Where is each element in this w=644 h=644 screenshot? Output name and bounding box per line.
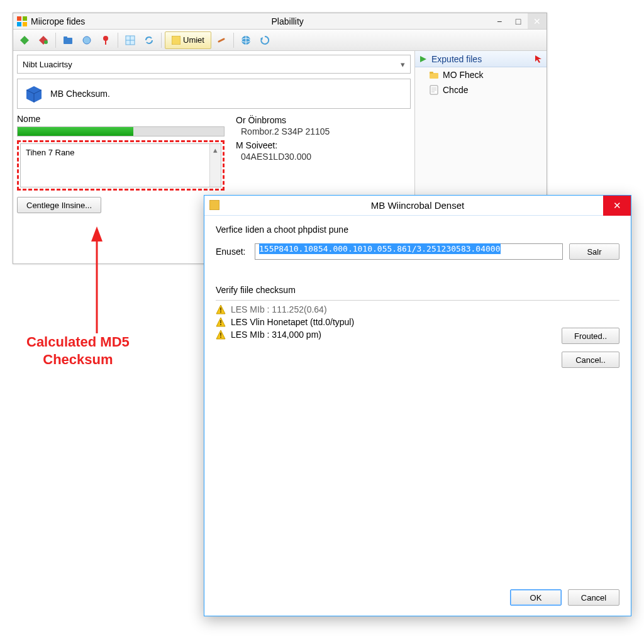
svg-rect-26: [220, 311, 221, 313]
tree-panel: Exputed files MO Fheck Chcde: [415, 51, 547, 97]
tree-header[interactable]: Exputed files: [415, 51, 547, 67]
map-button[interactable]: [121, 31, 139, 49]
svg-rect-13: [172, 36, 180, 45]
app-icon: [17, 16, 27, 26]
svg-rect-3: [23, 22, 27, 26]
window-controls: − □ ✕: [490, 13, 547, 29]
svg-rect-28: [220, 320, 221, 323]
msoveet-value: 04AES1LD30.000: [241, 152, 311, 162]
ok-button[interactable]: OK: [510, 589, 562, 606]
svg-point-6: [44, 40, 48, 44]
chevron-down-icon[interactable]: ▾: [401, 60, 405, 69]
enuset-value: 155P8410.10854.000.1010.055.861/3.251230…: [259, 243, 501, 254]
result-row[interactable]: LES Vlin Honetapet (ttd.0/typul): [216, 316, 619, 328]
dialog-instruction: Verfice Iiden a choot phpdist pune: [216, 225, 619, 235]
result-listbox[interactable]: Tihen 7 Rane ▴: [20, 143, 221, 187]
tree-node-chcde[interactable]: Chcde: [415, 82, 547, 97]
svg-point-9: [83, 36, 91, 44]
dialog-side-buttons: Frouted.. Cancel..: [562, 328, 619, 368]
map-icon: [125, 35, 135, 45]
dialog-titlebar[interactable]: MB Wiincrobal Denset ✕: [204, 196, 631, 216]
svg-point-10: [103, 36, 108, 41]
maximize-button[interactable]: □: [509, 13, 528, 29]
location-bar[interactable]: Nibt Luacirtsy ▾: [17, 55, 411, 74]
frouted-button[interactable]: Frouted..: [562, 328, 619, 344]
salr-button[interactable]: Salr: [569, 243, 619, 260]
warning-icon: [216, 304, 226, 314]
svg-marker-4: [20, 36, 29, 45]
svg-rect-20: [430, 72, 433, 74]
svg-rect-19: [430, 73, 438, 79]
close-button[interactable]: ✕: [528, 13, 547, 29]
dialog-body: Verfice Iiden a choot phpdist pune Enuse…: [204, 216, 631, 616]
main-titlebar[interactable]: Miicrope fides Plabillity − □ ✕: [13, 13, 547, 30]
nav-back-button[interactable]: [16, 31, 33, 49]
result-text: LES MIb : 314,000 pm): [231, 330, 321, 340]
svg-rect-23: [209, 200, 219, 210]
progress-fill: [18, 127, 133, 136]
svg-rect-29: [220, 324, 221, 325]
annotation-callout: Calculated MD5 Checksum: [26, 333, 130, 368]
toolbar-sep: [161, 33, 162, 48]
toolbar-sep: [55, 33, 56, 48]
warning-icon: [216, 330, 226, 340]
tree-node-label: Chcde: [443, 85, 468, 95]
globe-small-icon: [82, 35, 92, 45]
centlege-button[interactable]: Centlege Ilnsine...: [17, 197, 101, 213]
enuset-row: Enuset: 155P8410.10854.000.1010.055.861/…: [216, 243, 619, 260]
result-row[interactable]: LES MIb : 314,000 pm): [216, 328, 619, 341]
minimize-button[interactable]: −: [490, 13, 509, 29]
globe-icon: [241, 35, 251, 45]
tree-node-label: MO Fheck: [443, 70, 484, 80]
verify-section-label: Verify fiile checksum: [216, 285, 619, 295]
enuset-input[interactable]: 155P8410.10854.000.1010.055.861/3.251230…: [255, 243, 563, 260]
result-row[interactable]: LES MIb : 111.252(0.64): [216, 303, 619, 316]
diamond-green-icon: [19, 35, 30, 45]
svg-marker-18: [535, 55, 541, 63]
svg-rect-32: [220, 336, 221, 338]
list-item[interactable]: Tihen 7 Rane: [21, 144, 209, 187]
callout-line-1: Calculated MD5: [26, 333, 130, 351]
page-icon: [429, 85, 439, 95]
svg-marker-17: [420, 56, 426, 62]
sync-icon: [144, 35, 154, 45]
info-header: Or Öinbroms: [236, 115, 411, 125]
link-button[interactable]: [213, 31, 230, 49]
info-line-1: Rombor.2 S34P 21105: [241, 126, 330, 136]
svg-rect-2: [17, 22, 21, 26]
diamond-red-icon: [38, 35, 48, 45]
callout-line-2: Checksum: [26, 351, 130, 369]
name-column: Nome Tihen 7 Rane ▴ Centlege Ilnsine...: [17, 114, 225, 213]
world-button[interactable]: [237, 31, 255, 49]
folder-blue-icon: [63, 35, 73, 45]
dialog-close-button[interactable]: ✕: [603, 196, 631, 216]
name-label: Nome: [17, 114, 225, 124]
link-icon: [216, 35, 226, 45]
svg-rect-31: [220, 333, 221, 336]
globe-button[interactable]: [78, 31, 96, 49]
refresh-button[interactable]: [256, 31, 274, 49]
breadcrumb-panel[interactable]: MB Checksum.: [17, 79, 411, 109]
cancel-button[interactable]: Cancel: [568, 589, 619, 606]
arrow-right-green-icon: [419, 55, 428, 64]
nav-fwd-button[interactable]: [35, 31, 52, 49]
tree-node-mofheck[interactable]: MO Fheck: [415, 67, 547, 82]
app-title: Miicrope fides: [31, 16, 85, 26]
pin-button[interactable]: [97, 31, 114, 49]
refresh-icon: [260, 35, 270, 45]
result-text: LES Vlin Honetapet (ttd.0/typul): [231, 317, 354, 327]
cancel2-button[interactable]: Cancel..: [562, 352, 619, 368]
folder-button[interactable]: [59, 31, 77, 49]
progress-bar: [17, 126, 225, 136]
sync-button[interactable]: [140, 31, 158, 49]
cursor-overlay-icon: [535, 55, 543, 63]
umet-button[interactable]: Umiet: [165, 31, 211, 49]
breadcrumb-text: MB Checksum.: [50, 89, 110, 99]
dialog-bottom-buttons: OK Cancel: [510, 589, 619, 606]
location-label: Nibt Luacirtsy: [23, 60, 72, 69]
dialog-icon: [209, 200, 219, 210]
msoveet-label: M Soiveet:: [236, 140, 411, 150]
scrollbar[interactable]: ▴: [209, 144, 221, 187]
verify-result-list[interactable]: LES MIb : 111.252(0.64) LES Vlin Honetap…: [216, 300, 619, 609]
svg-rect-11: [105, 40, 106, 45]
